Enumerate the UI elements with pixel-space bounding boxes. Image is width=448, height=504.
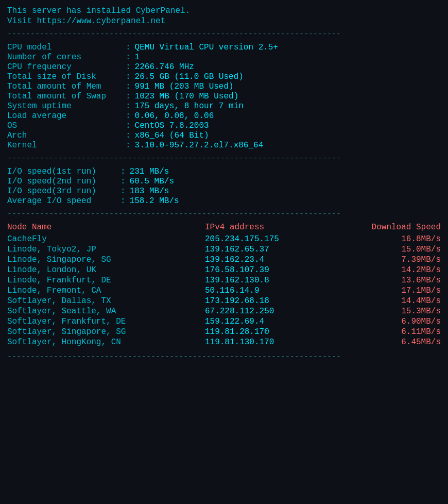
node-table: Node Name IPv4 address Download Speed Ca… <box>7 223 441 347</box>
system-info-row-3: Total size of Disk : 26.5 GB (11.0 GB Us… <box>7 72 441 81</box>
node-speed-5: 17.1MB/s <box>329 285 441 296</box>
system-info-row-5: Total amount of Swap : 1023 MB (170 MB U… <box>7 92 441 101</box>
system-info-row-1: Number of cores : 1 <box>7 53 441 62</box>
divider-2: ----------------------------------------… <box>7 154 441 163</box>
sys-value-5: 1023 MB (170 MB Used) <box>135 92 239 101</box>
sys-colon-3: : <box>126 72 131 81</box>
system-info-row-10: Kernel : 3.10.0-957.27.2.el7.x86_64 <box>7 141 441 150</box>
node-name-7: Softlayer, Seattle, WA <box>7 306 200 316</box>
sys-label-2: CPU frequency <box>7 62 126 72</box>
node-row-6: Softlayer, Dallas, TX 173.192.68.18 14.4… <box>7 296 441 306</box>
node-ip-7: 67.228.112.250 <box>200 306 329 316</box>
node-row-7: Softlayer, Seattle, WA 67.228.112.250 15… <box>7 306 441 316</box>
io-value-0: 231 MB/s <box>130 167 169 176</box>
sys-label-0: CPU model <box>7 43 126 52</box>
io-colon-3: : <box>120 196 126 206</box>
node-ip-6: 173.192.68.18 <box>200 296 329 306</box>
node-ip-0: 205.234.175.175 <box>200 234 329 244</box>
io-row-2: I/O speed(3rd run) : 183 MB/s <box>7 187 441 196</box>
system-info-row-9: Arch : x86_64 (64 Bit) <box>7 131 441 140</box>
io-colon-1: : <box>120 177 126 186</box>
node-row-8: Softlayer, Frankfurt, DE 159.122.69.4 6.… <box>7 316 441 327</box>
io-label-1: I/O speed(2nd run) <box>7 177 120 186</box>
node-speed-3: 14.2MB/s <box>329 265 441 275</box>
io-section: I/O speed(1st run) : 231 MB/s I/O speed(… <box>7 167 441 206</box>
node-ip-3: 176.58.107.39 <box>200 265 329 275</box>
sys-colon-1: : <box>126 53 131 62</box>
io-label-3: Average I/O speed <box>7 196 120 206</box>
col-header-speed: Download Speed <box>329 223 441 234</box>
node-row-9: Softlayer, Singapore, SG 119.81.28.170 6… <box>7 327 441 337</box>
node-speed-10: 6.45MB/s <box>329 337 441 347</box>
sys-value-1: 1 <box>135 53 140 62</box>
node-speed-8: 6.90MB/s <box>329 316 441 327</box>
system-info-row-4: Total amount of Mem : 991 MB (203 MB Use… <box>7 82 441 91</box>
sys-label-5: Total amount of Swap <box>7 92 126 101</box>
divider-1: ----------------------------------------… <box>7 30 441 39</box>
node-name-0: CacheFly <box>7 234 200 244</box>
node-ip-2: 139.162.23.4 <box>200 255 329 265</box>
sys-value-8: CentOS 7.8.2003 <box>135 121 209 130</box>
node-speed-9: 6.11MB/s <box>329 327 441 337</box>
system-info-row-0: CPU model : QEMU Virtual CPU version 2.5… <box>7 43 441 52</box>
io-colon-0: : <box>120 167 126 176</box>
io-value-1: 60.5 MB/s <box>130 177 174 186</box>
header-line1: This server has installed CyberPanel. <box>7 6 441 15</box>
io-label-2: I/O speed(3rd run) <box>7 187 120 196</box>
io-row-1: I/O speed(2nd run) : 60.5 MB/s <box>7 177 441 186</box>
node-row-0: CacheFly 205.234.175.175 16.8MB/s <box>7 234 441 244</box>
node-name-5: Linode, Fremont, CA <box>7 285 200 296</box>
sys-value-9: x86_64 (64 Bit) <box>135 131 209 140</box>
io-row-3: Average I/O speed : 158.2 MB/s <box>7 196 441 206</box>
node-ip-8: 159.122.69.4 <box>200 316 329 327</box>
node-row-1: Linode, Tokyo2, JP 139.162.65.37 15.0MB/… <box>7 244 441 255</box>
node-ip-9: 119.81.28.170 <box>200 327 329 337</box>
col-header-node: Node Name <box>7 223 200 234</box>
sys-value-6: 175 days, 8 hour 7 min <box>135 102 244 111</box>
io-row-0: I/O speed(1st run) : 231 MB/s <box>7 167 441 176</box>
sys-label-7: Load average <box>7 111 126 121</box>
node-name-4: Linode, Frankfurt, DE <box>7 275 200 285</box>
sys-value-4: 991 MB (203 MB Used) <box>135 82 234 91</box>
sys-colon-4: : <box>126 82 131 91</box>
node-row-2: Linode, Singapore, SG 139.162.23.4 7.39M… <box>7 255 441 265</box>
system-info-row-8: OS : CentOS 7.8.2003 <box>7 121 441 130</box>
sys-label-6: System uptime <box>7 102 126 111</box>
sys-colon-5: : <box>126 92 131 101</box>
divider-bottom: ----------------------------------------… <box>7 352 441 361</box>
io-label-0: I/O speed(1st run) <box>7 167 120 176</box>
divider-node: ----------------------------------------… <box>7 210 441 219</box>
node-row-4: Linode, Frankfurt, DE 139.162.130.8 13.6… <box>7 275 441 285</box>
sys-colon-6: : <box>126 102 131 111</box>
node-speed-4: 13.6MB/s <box>329 275 441 285</box>
sys-label-9: Arch <box>7 131 126 140</box>
node-name-9: Softlayer, Singapore, SG <box>7 327 200 337</box>
sys-value-0: QEMU Virtual CPU version 2.5+ <box>135 43 278 52</box>
sys-value-2: 2266.746 MHz <box>135 62 194 72</box>
header-line2: Visit https://www.cyberpanel.net <box>7 16 441 26</box>
sys-colon-7: : <box>126 111 131 121</box>
sys-colon-2: : <box>126 62 131 72</box>
node-speed-6: 14.4MB/s <box>329 296 441 306</box>
sys-label-4: Total amount of Mem <box>7 82 126 91</box>
io-value-2: 183 MB/s <box>130 187 169 196</box>
col-header-ipv4: IPv4 address <box>200 223 329 234</box>
node-speed-7: 15.3MB/s <box>329 306 441 316</box>
io-colon-2: : <box>120 187 126 196</box>
node-name-6: Softlayer, Dallas, TX <box>7 296 200 306</box>
node-name-8: Softlayer, Frankfurt, DE <box>7 316 200 327</box>
node-speed-2: 7.39MB/s <box>329 255 441 265</box>
system-info-row-2: CPU frequency : 2266.746 MHz <box>7 62 441 72</box>
sys-colon-9: : <box>126 131 131 140</box>
node-ip-10: 119.81.130.170 <box>200 337 329 347</box>
node-name-1: Linode, Tokyo2, JP <box>7 244 200 255</box>
sys-label-10: Kernel <box>7 141 126 150</box>
system-info-row-6: System uptime : 175 days, 8 hour 7 min <box>7 102 441 111</box>
node-speed-1: 15.0MB/s <box>329 244 441 255</box>
node-row-3: Linode, London, UK 176.58.107.39 14.2MB/… <box>7 265 441 275</box>
node-ip-1: 139.162.65.37 <box>200 244 329 255</box>
sys-label-1: Number of cores <box>7 53 126 62</box>
node-name-3: Linode, London, UK <box>7 265 200 275</box>
sys-value-7: 0.06, 0.08, 0.06 <box>135 111 214 121</box>
io-value-3: 158.2 MB/s <box>130 196 179 206</box>
